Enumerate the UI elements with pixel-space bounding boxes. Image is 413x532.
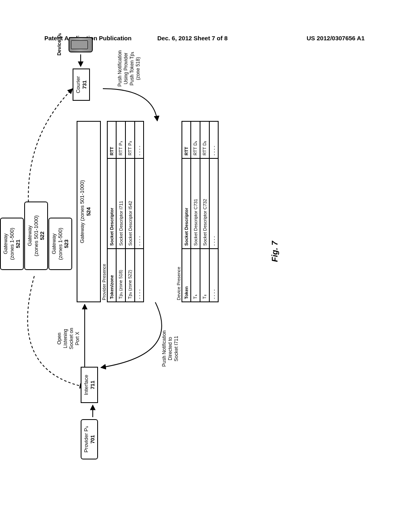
header-right: US 2012/0307656 A1: [307, 35, 365, 42]
prov-h1: Token/zone: [107, 249, 116, 302]
courier-num: 731: [81, 72, 88, 98]
device-presence-title: Device Presence: [176, 267, 182, 300]
provider-num: 701: [90, 422, 96, 456]
cell: RTT P₁: [116, 121, 125, 158]
cell: Tp₂ (zone 522): [125, 249, 135, 302]
cell: T₁: [191, 249, 200, 302]
prov-h3: RTT: [107, 121, 116, 158]
table-row: T₁ Socket Descriptor C731 RTT D₁: [191, 121, 200, 302]
cell: Socket Descriptor I542: [125, 158, 135, 249]
cell: - - - -: [209, 249, 218, 302]
gateway-521-num: 521: [15, 221, 21, 267]
gateway-523-line2: (zones 1-500): [57, 221, 64, 267]
cell: Socket Descriptor C731: [191, 158, 200, 249]
table-row: - - - - - - - - - - - -: [135, 121, 144, 302]
dev-h1: Token: [182, 249, 191, 302]
gateway-522-line1: Gateway: [27, 205, 33, 267]
gateway-522-line2: (zones 501-1000): [33, 205, 40, 267]
cell: - - - -: [209, 121, 218, 158]
dev-h3: RTT: [182, 121, 191, 158]
cell: RTT P₂: [125, 121, 135, 158]
interface-box: Interface 711: [81, 367, 98, 403]
gateway-523-num: 523: [63, 221, 70, 267]
annotation-push-token: Push Notification Using Provider Push To…: [117, 40, 141, 97]
gateway-523-line1: Gateway: [51, 221, 57, 267]
gateway-522: Gateway (zones 501-1000) 522: [24, 202, 48, 270]
gateway-521-line1: Gateway: [2, 221, 9, 267]
prov-h2: Socket Descriptor: [107, 158, 116, 249]
dev-h2: Socket Descriptor: [182, 158, 191, 249]
gateway-521-line2: (zones 1-500): [9, 221, 15, 267]
figure-diagram: Gateway (zones 1-500) 521 Gateway (zones…: [16, 109, 403, 415]
cell: - - - -: [135, 158, 144, 249]
provider-presence-title: Provider Presence: [102, 264, 107, 301]
provider-label: Provider P₁: [83, 422, 90, 456]
gateway-524: Gateway (zones 501-1000) 524: [77, 121, 101, 302]
figure-label: Fig. 7: [270, 241, 280, 262]
table-row: - - - - - - - - - - - -: [209, 121, 218, 302]
gateway-524-num: 524: [86, 124, 92, 299]
gateway-521: Gateway (zones 1-500) 521: [0, 218, 24, 270]
courier-label: Courier: [75, 72, 81, 98]
gateway-522-num: 522: [39, 205, 46, 267]
gateway-524-line1: Gateway (zones 501-1000): [79, 124, 86, 299]
cell: Tp₁ (zone 518): [116, 249, 125, 302]
interface-num: 711: [90, 370, 96, 400]
table-row: Tp₂ (zone 522) Socket Descriptor I542 RT…: [125, 121, 135, 302]
gateway-523: Gateway (zones 1-500) 523: [48, 218, 72, 270]
cell: Socket Descriptor C732: [200, 158, 209, 249]
cell: RTT D₁: [191, 121, 200, 158]
cell: RTT D₂: [200, 121, 209, 158]
courier-box: Courier 731: [73, 69, 90, 101]
cell: - - - -: [135, 121, 144, 158]
provider-box: Provider P₁ 701: [81, 419, 98, 459]
interface-label: Interface: [83, 370, 90, 400]
table-row: T₂ Socket Descriptor C732 RTT D₂: [200, 121, 209, 302]
annotation-push-i711: Push Notification Directed to Socket I71…: [161, 322, 179, 375]
table-row: Tp₁ (zone 518) Socket Descriptor I711 RT…: [116, 121, 125, 302]
device-label: Device D₁: [56, 28, 63, 60]
annotation-open-socket: Open Listening Socket on Port X: [56, 320, 81, 357]
device-presence-table: Token Socket Descriptor RTT T₁ Socket De…: [181, 121, 219, 302]
cell: T₂: [200, 249, 209, 302]
cell: Socket Descriptor I711: [116, 158, 125, 249]
device-icon: [69, 37, 93, 52]
cell: - - - -: [135, 249, 144, 302]
cell: - - - -: [209, 158, 218, 249]
provider-presence-table: Token/zone Socket Descriptor RTT Tp₁ (zo…: [107, 121, 144, 302]
